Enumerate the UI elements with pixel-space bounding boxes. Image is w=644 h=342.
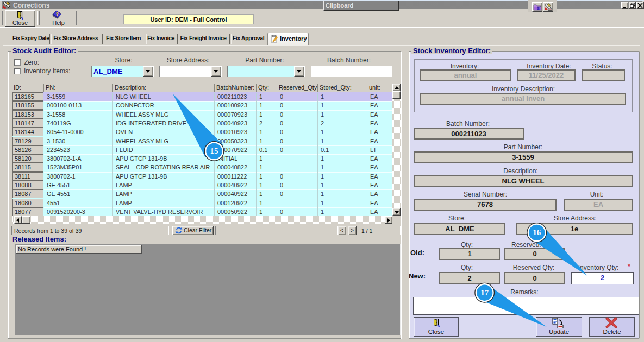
svg-text:16: 16 [533,228,541,237]
svg-text:17: 17 [480,288,489,297]
svg-text:15: 15 [210,147,218,155]
